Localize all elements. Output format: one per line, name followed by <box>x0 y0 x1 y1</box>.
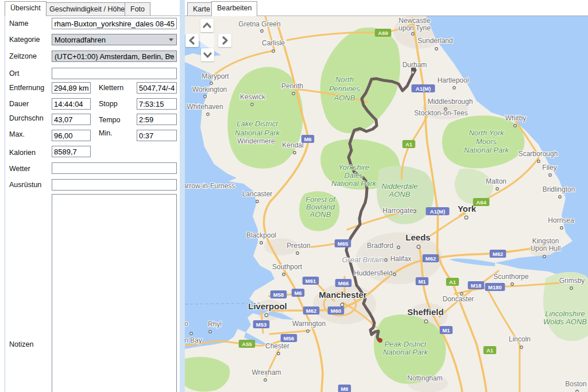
map-label-town: Malton <box>486 177 506 185</box>
kalorien-input[interactable] <box>52 146 91 157</box>
place-dot <box>264 379 266 381</box>
svg-text:M1: M1 <box>442 327 450 333</box>
panel-splitter[interactable] <box>180 0 185 392</box>
place-dot <box>293 152 296 154</box>
entfernung-label: Entfernung <box>9 84 44 92</box>
klettern-label: Klettern <box>99 84 123 92</box>
pan-down-button[interactable] <box>201 48 214 61</box>
tab-bearbeiten[interactable]: Bearbeiten <box>211 1 257 16</box>
zeitzone-value: (UTC+01:00) Amsterdam, Berlin, Be <box>55 52 174 61</box>
notizen-textarea[interactable] <box>52 194 177 392</box>
tempo-label: Tempo <box>99 116 121 124</box>
tab-uebersicht[interactable]: Übersicht <box>5 1 47 16</box>
entfernung-input[interactable] <box>52 82 91 94</box>
max-label: Max. <box>9 130 25 138</box>
map-canvas[interactable]: Gretna GreenCarlisleMaryportWorkingtonWh… <box>185 16 588 392</box>
map-label-town: Hornsea <box>548 216 574 224</box>
map-label-town: Gretna Green <box>238 20 280 28</box>
name-label: Name <box>9 20 28 28</box>
place-dot <box>417 245 420 249</box>
kategorie-value: Motorradfahren <box>55 36 106 44</box>
chevron-left-icon <box>185 34 199 47</box>
svg-text:M18: M18 <box>471 282 481 289</box>
ort-input[interactable] <box>52 68 177 79</box>
map-label-town: Scunthorpe <box>493 273 529 281</box>
max-input[interactable] <box>52 130 91 141</box>
map-label-town: Newcastleupon Tyne <box>399 17 431 32</box>
place-dot <box>209 331 211 333</box>
kategorie-select[interactable]: Motorradfahren <box>52 34 177 45</box>
motorway-badge: M6 <box>338 385 351 392</box>
tempo-input[interactable] <box>137 114 177 125</box>
a-road-badge: A1 <box>483 346 496 354</box>
place-dot <box>210 82 212 84</box>
dauer-label: Dauer <box>9 100 29 108</box>
map-label-town: Filey <box>542 164 556 172</box>
a-road-badge: A1 <box>446 278 459 286</box>
map-label-city: Leeds <box>405 232 430 242</box>
min-input[interactable] <box>137 130 177 141</box>
map-label-town: Huddersfield <box>354 269 392 277</box>
tab-foto[interactable]: Foto <box>125 2 150 15</box>
name-input[interactable] <box>52 18 177 29</box>
notizen-label: Notizen <box>9 340 33 348</box>
svg-text:A69: A69 <box>378 30 388 36</box>
svg-text:A1(M): A1(M) <box>430 208 445 215</box>
map-label-city: Liverpool <box>248 301 287 311</box>
motorway-badge: M65 <box>335 239 351 247</box>
map-label-town: KingstonUpon Hull <box>531 237 561 253</box>
place-dot <box>204 95 206 98</box>
motorway-badge: A1(M) <box>426 207 450 215</box>
ort-label: Ort <box>9 69 19 77</box>
pan-up-button[interactable] <box>200 19 214 32</box>
place-dot <box>465 216 468 219</box>
map-label-town: Scarborough <box>519 150 558 158</box>
svg-text:A64: A64 <box>476 199 486 205</box>
map-label-town: Maryport <box>202 72 229 80</box>
map-label-town: Llandudno <box>185 320 188 328</box>
svg-text:A55: A55 <box>242 341 252 347</box>
zeitzone-select[interactable]: (UTC+01:00) Amsterdam, Berlin, Be <box>52 51 177 62</box>
kategorie-label: Kategorie <box>9 36 40 44</box>
place-dot <box>435 48 438 50</box>
place-dot <box>393 273 396 275</box>
pan-left-button[interactable] <box>185 34 199 47</box>
place-dot <box>560 227 563 229</box>
stopp-input[interactable] <box>137 98 177 110</box>
motorway-badge: M62 <box>490 250 506 258</box>
pan-right-button[interactable] <box>218 34 231 47</box>
svg-text:M6: M6 <box>294 290 301 296</box>
motorway-badge: M1 <box>416 277 428 285</box>
a-road-badge: A55 <box>239 340 256 348</box>
map-label-park: Lake DistrictNational Park <box>235 119 281 137</box>
place-dot <box>251 103 253 106</box>
place-dot <box>559 196 561 198</box>
dauer-input[interactable] <box>52 98 91 110</box>
svg-text:A1: A1 <box>449 279 457 285</box>
svg-text:M62: M62 <box>493 251 503 257</box>
place-dot <box>265 313 268 317</box>
durchschn-input[interactable] <box>52 114 91 125</box>
place-dot <box>412 71 414 73</box>
svg-text:M180: M180 <box>488 284 502 290</box>
ausruestung-input[interactable] <box>52 179 177 191</box>
map-label-town: Harrogate <box>382 207 413 215</box>
motorway-badge: A1(M) <box>412 84 435 92</box>
place-dot <box>256 200 258 203</box>
map-label-town: Sunderland <box>417 37 452 45</box>
wetter-label: Wetter <box>9 165 30 173</box>
place-dot <box>549 174 551 176</box>
motorway-badge: M60 <box>328 306 345 315</box>
place-dot <box>283 273 285 275</box>
wetter-input[interactable] <box>52 162 177 174</box>
motorway-badge: M1 <box>440 326 452 334</box>
place-dot <box>424 320 428 323</box>
tab-geschwindigkeit-hoehe[interactable]: Geschwindigkeit / Höhe <box>44 2 130 15</box>
map-label-town: Bradford <box>367 242 393 250</box>
chevron-down-icon <box>169 55 173 60</box>
map-label-town: Bridlington <box>543 185 575 193</box>
map-svg: Gretna GreenCarlisleMaryportWorkingtonWh… <box>185 16 588 392</box>
place-dot <box>292 92 295 95</box>
klettern-input[interactable] <box>137 82 177 94</box>
motorway-badge: M61 <box>303 277 319 285</box>
